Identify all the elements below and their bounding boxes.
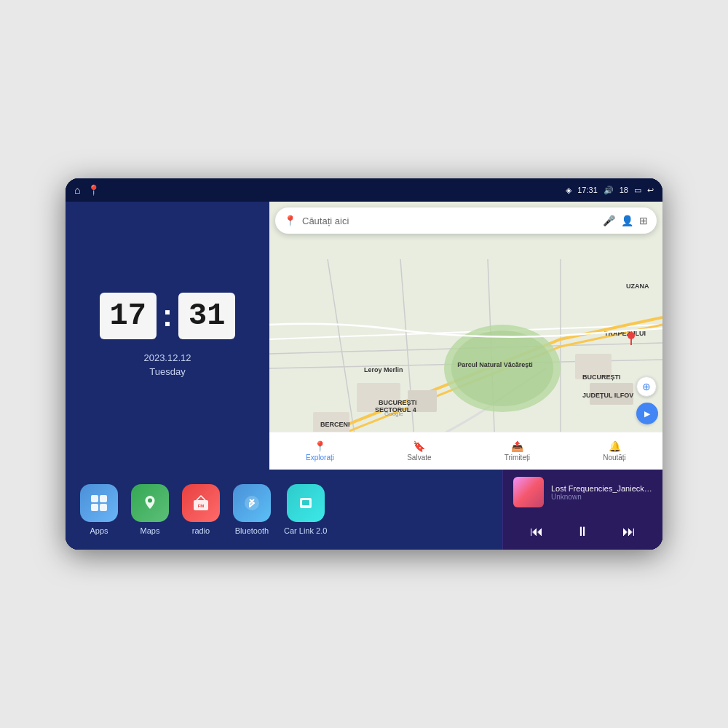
volume-icon: 🔊 <box>604 186 614 195</box>
clock-hours: 17 <box>100 293 157 339</box>
app-item-carlink[interactable]: Car Link 2.0 <box>284 484 327 535</box>
music-controls: ⏮ ⏸ ⏭ <box>513 521 652 542</box>
bluetooth-icon <box>233 484 271 522</box>
top-section: 17 : 31 2023.12.12 Tuesday <box>66 202 662 470</box>
map-panel[interactable]: Parcul Natural Văcărești BUCUREȘTI SECTO… <box>269 202 662 470</box>
saved-icon: 🔖 <box>413 440 425 452</box>
app-item-radio[interactable]: FM radio <box>182 484 220 535</box>
clock-colon: : <box>162 298 173 333</box>
clock-date: 2023.12.12 Tuesday <box>143 351 191 379</box>
apps-label: Apps <box>90 526 108 535</box>
home-icon[interactable]: ⌂ <box>74 184 80 196</box>
user-avatar-icon[interactable]: 👤 <box>621 215 633 226</box>
music-artist: Unknown <box>551 493 652 501</box>
map-search-placeholder: Căutați aici <box>302 215 597 226</box>
start-navigation-button[interactable]: ▶ <box>636 403 658 424</box>
music-panel: Lost Frequencies_Janieck Devy-... Unknow… <box>502 470 662 550</box>
map-bottom-bar: 📍 Explorați 🔖 Salvate 📤 Trimiteți <box>269 432 662 470</box>
clock-display: 17 : 31 <box>100 293 236 339</box>
svg-point-9 <box>451 331 553 406</box>
carlink-icon <box>287 484 325 522</box>
map-tab-saved-label: Salvate <box>407 454 431 462</box>
main-content: 17 : 31 2023.12.12 Tuesday <box>66 202 662 550</box>
status-time: 17:31 <box>577 186 598 194</box>
music-title: Lost Frequencies_Janieck Devy-... <box>551 484 652 493</box>
apps-panel: Apps Maps <box>66 470 502 550</box>
send-icon: 📤 <box>511 440 523 452</box>
svg-text:Parcul Natural Văcărești: Parcul Natural Văcărești <box>457 361 533 368</box>
map-tab-news-label: Noutăți <box>603 454 626 462</box>
map-tab-saved[interactable]: 🔖 Salvate <box>407 440 431 462</box>
svg-text:JUDEȚUL ILFOV: JUDEȚUL ILFOV <box>582 392 633 399</box>
carlink-label: Car Link 2.0 <box>284 526 327 535</box>
svg-text:BERCENI: BERCENI <box>320 421 350 428</box>
device-frame: ⌂ 📍 ◈ 17:31 🔊 18 ▭ ↩ 17 : <box>66 178 662 550</box>
svg-text:BUCUREȘTI: BUCUREȘTI <box>582 373 621 381</box>
radio-icon: FM <box>182 484 220 522</box>
grid-icon[interactable]: ⊞ <box>639 215 648 226</box>
maps-pin-icon[interactable]: 📍 <box>87 184 100 196</box>
screen: ⌂ 📍 ◈ 17:31 🔊 18 ▭ ↩ 17 : <box>66 178 662 550</box>
volume-level: 18 <box>620 186 628 194</box>
svg-rect-38 <box>303 506 309 507</box>
apps-icon <box>80 484 118 522</box>
status-right: ◈ 17:31 🔊 18 ▭ ↩ <box>566 186 654 195</box>
microphone-icon[interactable]: 🎤 <box>603 215 615 226</box>
map-search-bar[interactable]: 📍 Căutați aici 🎤 👤 ⊞ <box>275 207 657 234</box>
previous-button[interactable]: ⏮ <box>524 521 549 542</box>
map-tab-explore-label: Explorați <box>306 454 334 462</box>
app-item-bluetooth[interactable]: Bluetooth <box>233 484 271 535</box>
music-info: Lost Frequencies_Janieck Devy-... Unknow… <box>513 477 652 507</box>
maps-icon <box>131 484 169 522</box>
svg-rect-28 <box>100 495 107 502</box>
compass-button[interactable]: ⊕ <box>636 376 657 397</box>
battery-icon: ▭ <box>634 186 641 195</box>
bottom-section: Apps Maps <box>66 470 662 550</box>
svg-rect-30 <box>100 504 107 511</box>
explore-icon: 📍 <box>314 440 326 452</box>
svg-rect-37 <box>302 500 309 505</box>
news-icon: 🔔 <box>609 440 621 452</box>
svg-point-31 <box>148 499 152 503</box>
maps-label: Maps <box>141 526 160 535</box>
map-tab-news[interactable]: 🔔 Noutăți <box>603 440 626 462</box>
map-tab-send[interactable]: 📤 Trimiteți <box>505 440 530 462</box>
app-item-apps[interactable]: Apps <box>80 484 118 535</box>
svg-text:FM: FM <box>198 504 205 508</box>
map-svg: Parcul Natural Văcărești BUCUREȘTI SECTO… <box>269 202 662 470</box>
radio-label: radio <box>192 526 210 535</box>
maps-logo-icon: 📍 <box>284 215 296 226</box>
music-thumbnail-image <box>513 477 544 507</box>
play-pause-button[interactable]: ⏸ <box>570 521 595 542</box>
signal-icon: ◈ <box>566 186 571 195</box>
svg-text:Leroy Merlin: Leroy Merlin <box>364 366 403 373</box>
status-bar: ⌂ 📍 ◈ 17:31 🔊 18 ▭ ↩ <box>66 178 662 202</box>
next-button[interactable]: ⏭ <box>617 521 641 542</box>
map-container: Parcul Natural Văcărești BUCUREȘTI SECTO… <box>269 202 662 470</box>
clock-minutes: 31 <box>178 293 235 339</box>
map-tab-send-label: Trimiteți <box>505 454 530 462</box>
svg-rect-29 <box>91 504 98 511</box>
bluetooth-label: Bluetooth <box>235 526 269 535</box>
svg-text:UZANA: UZANA <box>626 282 649 290</box>
clock-panel: 17 : 31 2023.12.12 Tuesday <box>66 202 269 470</box>
music-thumbnail <box>513 477 544 507</box>
map-tab-explore[interactable]: 📍 Explorați <box>306 440 334 462</box>
svg-text:BUCUREȘTI: BUCUREȘTI <box>379 399 417 406</box>
music-text: Lost Frequencies_Janieck Devy-... Unknow… <box>551 484 652 501</box>
app-item-maps[interactable]: Maps <box>131 484 169 535</box>
back-icon[interactable]: ↩ <box>647 186 654 195</box>
svg-rect-27 <box>91 495 98 502</box>
status-left: ⌂ 📍 <box>74 184 100 196</box>
svg-text:Google: Google <box>384 411 403 417</box>
